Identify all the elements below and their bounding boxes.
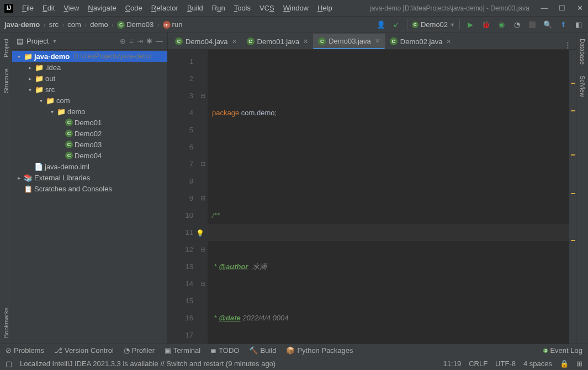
file-encoding[interactable]: UTF-8 <box>495 360 516 368</box>
tool-vcs[interactable]: ⎇ Version Control <box>54 346 114 355</box>
settings-icon[interactable]: ✱ <box>146 37 152 45</box>
tree-root[interactable]: ▾📁 java-demoD:\IdeaProjects\java-demo <box>12 51 167 62</box>
tool-terminal[interactable]: ▣ Terminal <box>165 346 200 355</box>
menu-vcs[interactable]: VCS <box>256 3 278 13</box>
tab-demo04[interactable]: CDemo04.java✕ <box>170 34 242 49</box>
debug-button[interactable]: 🐞 <box>481 20 491 30</box>
bottom-tool-bar: ⊘ Problems ⎇ Version Control ◔ Profiler … <box>0 344 588 357</box>
tree-iml[interactable]: 📄java-demo.iml <box>12 161 167 172</box>
tab-demo01[interactable]: CDemo01.java✕ <box>242 34 314 49</box>
tree-demo01[interactable]: CDemo01 <box>12 117 167 128</box>
window-controls: — ☐ ✕ <box>541 4 584 12</box>
menu-tools[interactable]: Tools <box>231 3 254 13</box>
tree-src[interactable]: ▾📁src <box>12 84 167 95</box>
tool-python[interactable]: 📦 Python Packages <box>286 346 353 355</box>
tab-demo02[interactable]: CDemo02.java✕ <box>385 34 457 49</box>
tool-eventlog[interactable]: 2 Event Log <box>543 346 582 355</box>
crumb-demo[interactable]: demo <box>90 20 108 29</box>
rail-project[interactable]: Project <box>3 39 9 57</box>
project-tree[interactable]: ▾📁 java-demoD:\IdeaProjects\java-demo ▸📁… <box>12 50 167 344</box>
coverage-button[interactable]: ◉ <box>496 20 506 30</box>
project-panel-header: ▤ Project ▼ ⊕ ≡ ⇥ ✱ — <box>12 33 167 50</box>
menu-view[interactable]: View <box>60 3 82 13</box>
tab-more-icon[interactable]: ⋮ <box>564 41 571 49</box>
menu-code[interactable]: Code <box>122 3 146 13</box>
code-content[interactable]: package com.demo; /** * @author 水滴 * @da… <box>208 50 569 344</box>
menu-run[interactable]: Run <box>209 3 229 13</box>
tool-todo[interactable]: ≣ TODO <box>210 346 239 355</box>
memory-icon[interactable]: ⊞ <box>576 360 582 368</box>
ide-icon[interactable]: ◧ <box>574 20 584 30</box>
menu-navigate[interactable]: Navigate <box>84 3 119 13</box>
rail-bookmarks[interactable]: Bookmarks <box>3 308 9 338</box>
menu-file[interactable]: File <box>19 3 37 13</box>
tree-demo[interactable]: ▾📁demo <box>12 106 167 117</box>
close-icon[interactable]: ✕ <box>375 37 380 45</box>
tree-scratches[interactable]: 📋Scratches and Consoles <box>12 183 167 194</box>
tree-idea[interactable]: ▸📁.idea <box>12 62 167 73</box>
close-icon[interactable]: ✕ <box>303 38 308 45</box>
status-message[interactable]: Localized IntelliJ IDEA 2021.3.3 is avai… <box>20 360 436 368</box>
project-panel-title[interactable]: Project <box>27 37 49 45</box>
menu-edit[interactable]: Edit <box>39 3 58 13</box>
expand-all-icon[interactable]: ≡ <box>129 37 134 45</box>
stop-button[interactable] <box>527 20 537 30</box>
menu-build[interactable]: Build <box>184 3 206 13</box>
editor-tabs: CDemo04.java✕ CDemo01.java✕ CDemo03.java… <box>168 33 576 50</box>
select-opened-icon[interactable]: ⊕ <box>120 37 126 45</box>
gutter[interactable]: 123⊟ 456 7⊟8 9⊟10 11💡 12⊟13 14⊟15161718 <box>168 50 208 344</box>
title-bar: IJ File Edit View Navigate Code Refactor… <box>0 0 588 17</box>
readonly-icon[interactable]: 🔒 <box>560 360 569 368</box>
profile-button[interactable]: ◔ <box>512 20 522 30</box>
tab-demo03[interactable]: CDemo03.java✕ <box>313 34 385 49</box>
tool-profiler[interactable]: ◔ Profiler <box>124 346 155 355</box>
update-icon[interactable]: ⬆ <box>558 20 568 30</box>
hide-icon[interactable]: — <box>156 37 163 45</box>
rail-structure[interactable]: Structure <box>3 68 9 93</box>
tree-external-libs[interactable]: ▸📚External Libraries <box>12 172 167 183</box>
chevron-icon: › <box>84 20 87 29</box>
dropdown-icon[interactable]: ▼ <box>52 39 57 44</box>
breadcrumb: java-demo › src › com › demo › CDemo03 ›… <box>4 20 376 29</box>
crumb-class[interactable]: CDemo03 <box>117 20 153 29</box>
tree-demo04[interactable]: CDemo04 <box>12 150 167 161</box>
rail-sciview[interactable]: SciView <box>579 76 586 97</box>
close-button[interactable]: ✕ <box>576 4 584 12</box>
close-icon[interactable]: ✕ <box>232 38 237 45</box>
rail-database[interactable]: Database <box>579 39 586 65</box>
run-button[interactable]: ▶ <box>465 20 475 30</box>
tree-com[interactable]: ▾📁com <box>12 95 167 106</box>
chevron-icon: › <box>43 20 45 29</box>
caret-position[interactable]: 11:19 <box>443 360 462 368</box>
maximize-button[interactable]: ☐ <box>558 4 566 12</box>
svg-rect-0 <box>529 22 536 28</box>
tool-problems[interactable]: ⊘ Problems <box>6 346 44 355</box>
status-icon[interactable]: ▢ <box>6 360 12 368</box>
crumb-src[interactable]: src <box>49 20 59 29</box>
minimize-button[interactable]: — <box>541 4 548 12</box>
crumb-com[interactable]: com <box>67 20 81 29</box>
code-editor[interactable]: 123⊟ 456 7⊟8 9⊟10 11💡 12⊟13 14⊟15161718 … <box>168 50 576 344</box>
menu-bar: File Edit View Navigate Code Refactor Bu… <box>19 3 359 13</box>
build-icon[interactable]: ↙ <box>391 20 401 30</box>
crumb-method[interactable]: mrun <box>163 20 183 29</box>
menu-window[interactable]: Window <box>280 3 312 13</box>
error-stripe[interactable] <box>569 50 576 344</box>
indent-setting[interactable]: 4 spaces <box>523 360 552 368</box>
run-config-selector[interactable]: C Demo02 ▼ <box>407 19 460 30</box>
add-config-icon[interactable]: 👤 <box>376 20 386 30</box>
intention-bulb-icon[interactable]: 💡 <box>196 225 204 242</box>
menu-refactor[interactable]: Refactor <box>148 3 182 13</box>
line-separator[interactable]: CRLF <box>469 360 488 368</box>
menu-help[interactable]: Help <box>314 3 336 13</box>
tree-out[interactable]: ▸📁out <box>12 73 167 84</box>
search-icon[interactable]: 🔍 <box>543 20 553 30</box>
tool-build[interactable]: 🔨 Build <box>249 346 276 355</box>
crumb-project[interactable]: java-demo <box>4 20 40 29</box>
close-icon[interactable]: ✕ <box>446 38 451 45</box>
tree-demo03[interactable]: CDemo03 <box>12 139 167 150</box>
toolbar: 👤 ↙ C Demo02 ▼ ▶ 🐞 ◉ ◔ 🔍 ⬆ ◧ <box>376 19 584 30</box>
tree-demo02[interactable]: CDemo02 <box>12 128 167 139</box>
collapse-all-icon[interactable]: ⇥ <box>137 37 143 45</box>
navigation-bar: java-demo › src › com › demo › CDemo03 ›… <box>0 17 588 33</box>
